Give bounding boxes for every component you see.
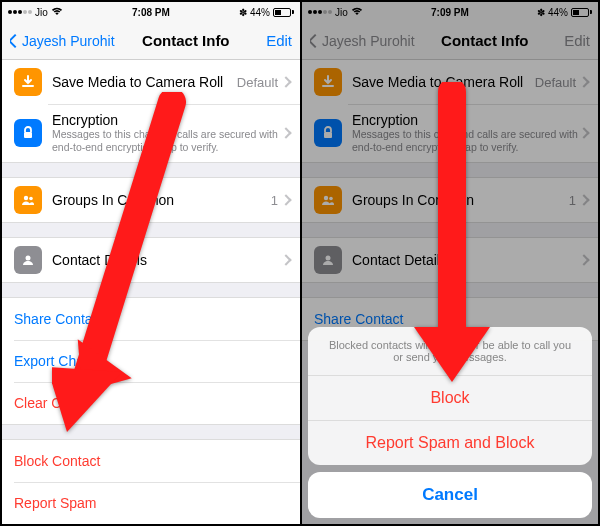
- nav-bar: Jayesh Purohit Contact Info Edit: [2, 22, 300, 60]
- svg-point-2: [29, 197, 33, 201]
- cancel-button[interactable]: Cancel: [308, 472, 592, 518]
- clear-chat-button[interactable]: Clear Chat: [2, 382, 300, 424]
- svg-point-1: [24, 196, 28, 200]
- groups-in-common-row[interactable]: Groups In Common 1: [2, 178, 300, 222]
- battery-percent: 44%: [250, 7, 270, 18]
- chevron-right-icon: [280, 127, 291, 138]
- block-button[interactable]: Block: [308, 376, 592, 421]
- carrier-label: Jio: [35, 7, 48, 18]
- back-label: Jayesh Purohit: [22, 33, 115, 49]
- lock-icon: [14, 119, 42, 147]
- back-button[interactable]: Jayesh Purohit: [10, 33, 115, 49]
- row-title: Save Media to Camera Roll: [52, 74, 237, 90]
- content: Save Media to Camera Roll Default Encryp…: [2, 60, 300, 524]
- chevron-left-icon: [10, 33, 22, 47]
- row-value: 1: [271, 193, 278, 208]
- wifi-icon: [51, 7, 63, 18]
- chevron-right-icon: [280, 76, 291, 87]
- battery-icon: [273, 8, 294, 17]
- download-icon: [14, 68, 42, 96]
- row-title: Groups In Common: [52, 192, 271, 208]
- right-screenshot: Jio 7:09 PM ✽ 44% Jayesh Purohit Contact…: [300, 2, 598, 524]
- clock-label: 7:08 PM: [132, 7, 170, 18]
- row-title: Encryption: [52, 112, 282, 128]
- svg-point-3: [26, 256, 31, 261]
- edit-button[interactable]: Edit: [257, 32, 292, 49]
- report-spam-and-block-button[interactable]: Report Spam and Block: [308, 421, 592, 465]
- svg-rect-0: [24, 132, 32, 138]
- left-screenshot: Jio 7:08 PM ✽ 44% Jayesh Purohit Contact…: [2, 2, 300, 524]
- row-subtitle: Messages to this chat and calls are secu…: [52, 128, 282, 154]
- bluetooth-icon: ✽: [239, 7, 247, 18]
- share-contact-button[interactable]: Share Contact: [2, 298, 300, 340]
- chevron-right-icon: [280, 195, 291, 206]
- groups-icon: [14, 186, 42, 214]
- report-spam-button[interactable]: Report Spam: [2, 482, 300, 524]
- row-title: Contact Details: [52, 252, 282, 268]
- save-media-row[interactable]: Save Media to Camera Roll Default: [2, 60, 300, 104]
- status-bar: Jio 7:08 PM ✽ 44%: [2, 2, 300, 22]
- block-contact-button[interactable]: Block Contact: [2, 440, 300, 482]
- action-sheet: Blocked contacts will no longer be able …: [308, 327, 592, 518]
- page-title: Contact Info: [142, 32, 230, 49]
- chevron-right-icon: [280, 255, 291, 266]
- encryption-row[interactable]: Encryption Messages to this chat and cal…: [2, 104, 300, 162]
- row-value: Default: [237, 75, 278, 90]
- contact-details-row[interactable]: Contact Details: [2, 238, 300, 282]
- signal-dots-icon: [8, 10, 32, 14]
- export-chat-button[interactable]: Export Chat: [2, 340, 300, 382]
- contact-card-icon: [14, 246, 42, 274]
- sheet-message: Blocked contacts will no longer be able …: [308, 327, 592, 376]
